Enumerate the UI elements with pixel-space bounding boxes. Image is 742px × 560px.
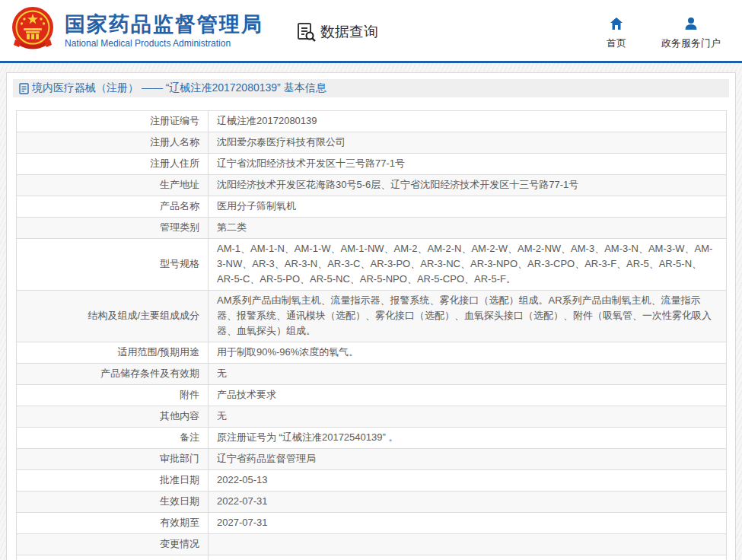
row-label: 审批部门 xyxy=(17,449,209,469)
row-value: 2027-07-31 xyxy=(209,513,726,533)
national-emblem-logo xyxy=(11,6,55,55)
row-value: 用于制取90%-96%浓度的氧气。 xyxy=(209,342,726,363)
row-value: 辽械注准20172080139 xyxy=(209,111,726,132)
table-row: 生产地址沈阳经济技术开发区花海路30号5-6层、辽宁省沈阳经济技术开发区十三号路… xyxy=(17,175,726,196)
page-title: 境内医疗器械（注册） —— “辽械注准20172080139” 基本信息 xyxy=(32,81,326,95)
site-brand[interactable]: 国家药品监督管理局 National Medical Products Admi… xyxy=(11,6,263,55)
table-row: 生效日期2022-07-31 xyxy=(17,492,726,513)
row-label: 备注 xyxy=(17,428,209,448)
row-label: 其他内容 xyxy=(17,406,209,427)
table-row: 备注原注册证号为 “辽械注准20172540139” 。 xyxy=(17,428,726,449)
row-label: 生效日期 xyxy=(17,492,209,512)
row-label: 生产地址 xyxy=(17,175,209,196)
row-value: 2022-07-31 xyxy=(209,492,726,512)
table-row: 注册证编号辽械注准20172080139 xyxy=(17,111,726,132)
brand-text: 国家药品监督管理局 National Medical Products Admi… xyxy=(65,13,263,49)
row-label: 注册证编号 xyxy=(17,111,209,132)
row-label: 产品储存条件及有效期 xyxy=(17,364,209,384)
site-header: 国家药品监督管理局 National Medical Products Admi… xyxy=(0,0,742,63)
page-title-bar: 境内医疗器械（注册） —— “辽械注准20172080139” 基本信息 xyxy=(13,79,729,97)
table-row: 有效期至2027-07-31 xyxy=(17,513,726,534)
table-row: 其他内容无 xyxy=(17,406,726,428)
nav-home-label: 首页 xyxy=(607,37,626,50)
data-query-label: 数据查询 xyxy=(320,22,378,42)
nav-gov-portal[interactable]: 政务服务门户 xyxy=(661,16,721,50)
row-value: 无 xyxy=(209,364,726,384)
row-label: 注册人住所 xyxy=(17,154,209,174)
row-label: 附件 xyxy=(17,385,209,406)
brand-title: 国家药品监督管理局 xyxy=(65,13,263,36)
row-value xyxy=(209,534,726,555)
row-value: 第二类 xyxy=(209,218,726,238)
nav-home[interactable]: 首页 xyxy=(607,16,626,50)
document-icon xyxy=(19,83,29,94)
info-table: 注册证编号辽械注准20172080139注册人名称沈阳爱尔泰医疗科技有限公司注册… xyxy=(16,110,727,560)
row-label: 注 xyxy=(17,555,209,560)
user-icon xyxy=(683,16,699,31)
table-row: 批准日期2022-05-13 xyxy=(17,470,726,492)
table-row: 适用范围/预期用途用于制取90%-96%浓度的氧气。 xyxy=(17,342,726,364)
content-card: 境内医疗器械（注册） —— “辽械注准20172080139” 基本信息 注册证… xyxy=(6,72,736,560)
row-value: 原注册证号为 “辽械注准20172540139” 。 xyxy=(209,428,726,448)
data-query-section[interactable]: 数据查询 xyxy=(295,21,378,43)
row-value: 详情 xyxy=(209,555,726,560)
row-value: 沈阳爱尔泰医疗科技有限公司 xyxy=(209,132,726,153)
row-label: 变更情况 xyxy=(17,534,209,555)
row-label: 产品名称 xyxy=(17,196,209,217)
row-value: 2022-05-13 xyxy=(209,470,726,491)
row-label: 注册人名称 xyxy=(17,132,209,153)
row-label: 结构及组成/主要组成成分 xyxy=(17,291,209,342)
nav-gov-portal-label: 政务服务门户 xyxy=(661,37,721,50)
table-row: 注册人住所辽宁省沈阳经济技术开发区十三号路77-1号 xyxy=(17,154,726,175)
row-value: 辽宁省药品监督管理局 xyxy=(209,449,726,469)
data-query-icon xyxy=(295,21,317,43)
table-row: 产品名称医用分子筛制氧机 xyxy=(17,196,726,218)
brand-subtitle: National Medical Products Administration xyxy=(65,38,263,49)
table-row: 审批部门辽宁省药品监督管理局 xyxy=(17,449,726,470)
row-value: 产品技术要求 xyxy=(209,385,726,406)
row-label: 适用范围/预期用途 xyxy=(17,342,209,363)
table-row: 管理类别第二类 xyxy=(17,218,726,239)
row-value: 沈阳经济技术开发区花海路30号5-6层、辽宁省沈阳经济技术开发区十三号路77-1… xyxy=(209,175,726,196)
table-row: 型号规格AM-1、AM-1-N、AM-1-W、AM-1-NW、AM-2、AM-2… xyxy=(17,239,726,291)
row-value: 医用分子筛制氧机 xyxy=(209,196,726,217)
table-row: 附件产品技术要求 xyxy=(17,385,726,406)
home-icon xyxy=(609,16,624,31)
table-row: 结构及组成/主要组成成分AM系列产品由制氧主机、流量指示器、报警系统、雾化接口（… xyxy=(17,291,726,342)
row-label: 型号规格 xyxy=(17,239,209,290)
row-value: 无 xyxy=(209,406,726,427)
header-nav: 首页 政务服务门户 xyxy=(607,16,721,50)
table-row: 注详情 xyxy=(17,555,726,560)
table-row: 注册人名称沈阳爱尔泰医疗科技有限公司 xyxy=(17,132,726,154)
row-value: AM-1、AM-1-N、AM-1-W、AM-1-NW、AM-2、AM-2-N、A… xyxy=(209,239,726,290)
row-label: 有效期至 xyxy=(17,513,209,533)
table-row: 产品储存条件及有效期无 xyxy=(17,364,726,385)
row-label: 管理类别 xyxy=(17,218,209,238)
row-value: 辽宁省沈阳经济技术开发区十三号路77-1号 xyxy=(209,154,726,174)
row-value: AM系列产品由制氧主机、流量指示器、报警系统、雾化接口（选配）组成。AR系列产品… xyxy=(209,291,726,342)
table-row: 变更情况 xyxy=(17,534,726,555)
row-label: 批准日期 xyxy=(17,470,209,491)
